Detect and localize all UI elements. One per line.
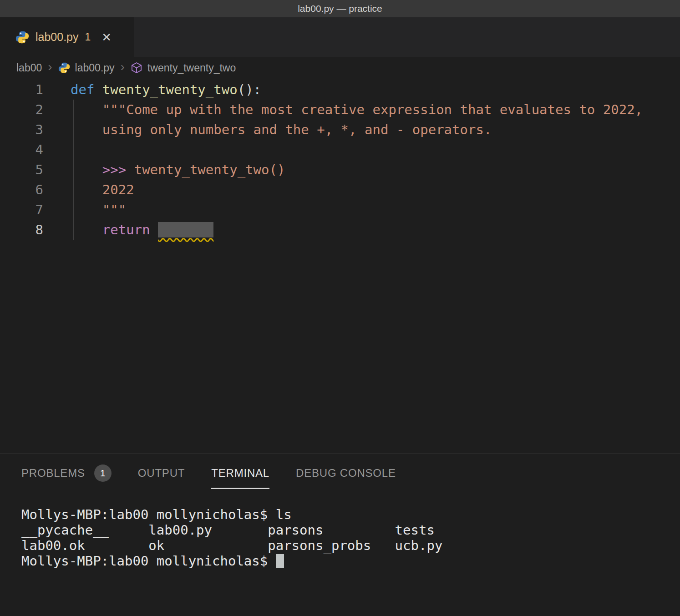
tab-problems[interactable]: PROBLEMS 1: [21, 457, 112, 489]
terminal-line: Mollys-MBP:lab00 mollynicholas$: [21, 553, 680, 569]
code-line-text[interactable]: """Come up with the most creative expres…: [43, 100, 643, 120]
code-line-text[interactable]: return: [43, 220, 213, 240]
line-number: 7: [0, 200, 43, 220]
tab-output[interactable]: OUTPUT: [138, 457, 185, 489]
tab-label: lab00.py: [36, 30, 79, 44]
terminal[interactable]: Mollys-MBP:lab00 mollynicholas$ ls__pyca…: [0, 492, 680, 616]
code-line-text[interactable]: 2022: [43, 180, 134, 200]
code-token: [71, 162, 102, 177]
line-number: 8: [0, 220, 43, 240]
code-line: 6 2022: [0, 180, 680, 200]
code-token: using only numbers and the +, *, and - o…: [71, 122, 492, 137]
terminal-line: lab00.ok ok parsons_probs ucb.py: [21, 538, 680, 553]
chevron-right-icon: ›: [120, 61, 126, 75]
problems-count-badge: 1: [94, 465, 112, 482]
line-number: 1: [0, 80, 43, 100]
code-line-text[interactable]: using only numbers and the +, *, and - o…: [43, 120, 492, 140]
tab-problem-badge: 1: [85, 31, 91, 43]
line-number: 5: [0, 160, 43, 180]
code-token: >>>: [102, 162, 134, 177]
line-number: 6: [0, 180, 43, 200]
code-token: return: [102, 222, 150, 237]
window-title: lab00.py — practice: [298, 3, 382, 14]
terminal-line-text: Mollys-MBP:lab00 mollynicholas$: [21, 553, 276, 569]
code-line: 8 return: [0, 220, 680, 240]
breadcrumb-item-file[interactable]: lab00.py: [75, 62, 115, 74]
code-lines: 1def twenty_twenty_two():2 """Come up wi…: [0, 80, 680, 240]
code-line-text[interactable]: [43, 140, 71, 160]
panel-tab-bar: PROBLEMS 1 OUTPUT TERMINAL DEBUG CONSOLE: [0, 454, 680, 492]
terminal-line: Mollys-MBP:lab00 mollynicholas$ ls: [21, 507, 680, 522]
code-line-text[interactable]: >>> twenty_twenty_two(): [43, 160, 285, 180]
code-line: 1def twenty_twenty_two():: [0, 80, 680, 100]
code-line-text[interactable]: def twenty_twenty_two():: [43, 80, 261, 100]
terminal-line-text: Mollys-MBP:lab00 mollynicholas$ ls: [21, 507, 292, 522]
tab-lab00py[interactable]: lab00.py 1 ✕: [0, 17, 134, 57]
tab-bar: lab00.py 1 ✕: [0, 17, 680, 57]
breadcrumb-item-folder[interactable]: lab00: [16, 62, 42, 74]
code-editor[interactable]: 1def twenty_twenty_two():2 """Come up wi…: [0, 79, 680, 454]
vscode-window: lab00.py — practice lab00.py 1 ✕ lab00 ›: [0, 0, 680, 616]
chevron-right-icon: ›: [47, 61, 53, 75]
breadcrumb-item-symbol[interactable]: twenty_twenty_two: [147, 62, 236, 74]
selected-placeholder: [158, 222, 213, 237]
code-token: def: [71, 82, 94, 97]
code-token: twenty_twenty_two(): [134, 162, 285, 177]
code-line: 5 >>> twenty_twenty_two(): [0, 160, 680, 180]
code-line: 4: [0, 140, 680, 160]
python-icon: [58, 62, 70, 74]
problems-tab-label: PROBLEMS: [21, 467, 85, 480]
breadcrumb: lab00 › lab00.py › twenty_twenty_two: [0, 57, 680, 79]
symbol-namespace-icon: [131, 62, 142, 74]
code-line-text[interactable]: """: [43, 200, 126, 220]
python-icon: [15, 30, 29, 44]
code-token: ():: [238, 82, 261, 97]
terminal-line: __pycache__ lab00.py parsons tests: [21, 522, 680, 538]
window-titlebar: lab00.py — practice: [0, 0, 680, 17]
line-number: 4: [0, 140, 43, 160]
output-tab-label: OUTPUT: [138, 467, 185, 480]
code-token: """Come up with the most creative expres…: [71, 102, 643, 117]
code-token: [94, 82, 102, 97]
debug-console-tab-label: DEBUG CONSOLE: [296, 467, 396, 480]
code-token: """: [71, 202, 126, 217]
bottom-panel: PROBLEMS 1 OUTPUT TERMINAL DEBUG CONSOLE…: [0, 454, 680, 616]
code-line: 2 """Come up with the most creative expr…: [0, 100, 680, 120]
code-token: 2022: [71, 182, 134, 197]
line-number: 2: [0, 100, 43, 120]
code-token: twenty_twenty_two: [102, 82, 238, 97]
code-line: 7 """: [0, 200, 680, 220]
terminal-tab-label: TERMINAL: [211, 467, 269, 480]
terminal-line-text: lab00.ok ok parsons_probs ucb.py: [21, 538, 442, 553]
close-icon[interactable]: ✕: [101, 31, 112, 43]
terminal-cursor: [276, 554, 284, 568]
code-line: 3 using only numbers and the +, *, and -…: [0, 120, 680, 140]
line-number: 3: [0, 120, 43, 140]
terminal-line-text: __pycache__ lab00.py parsons tests: [21, 522, 435, 538]
code-token: [71, 222, 102, 237]
indent-guide: [73, 100, 74, 240]
tab-terminal[interactable]: TERMINAL: [211, 457, 269, 489]
code-token: [150, 222, 158, 237]
tab-debug-console[interactable]: DEBUG CONSOLE: [296, 457, 396, 489]
